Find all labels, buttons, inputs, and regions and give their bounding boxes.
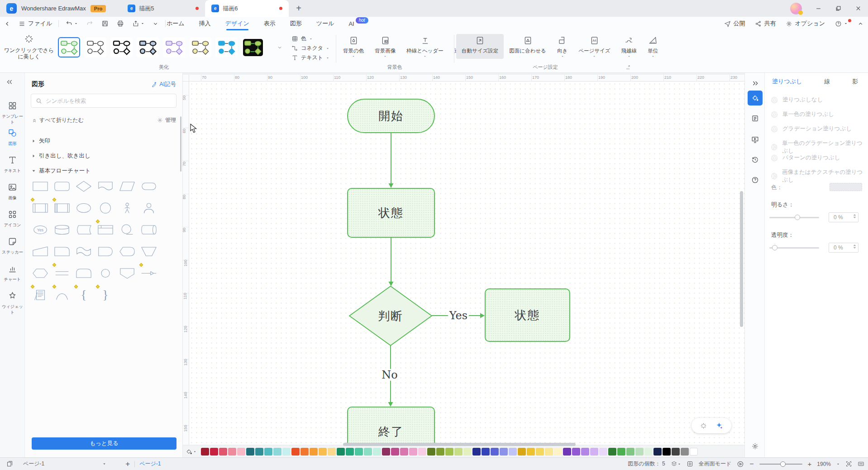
flowchart-node-end[interactable]: 終了 <box>347 407 435 445</box>
shape-user[interactable] <box>139 198 159 218</box>
sidebar-item-図形[interactable]: 図形 <box>0 128 25 147</box>
theme-outline[interactable] <box>84 37 106 58</box>
history-panel-button[interactable] <box>748 152 763 167</box>
shape-person[interactable] <box>117 198 137 218</box>
fill-panel-button[interactable] <box>748 91 763 106</box>
new-tab-button[interactable]: + <box>289 3 309 14</box>
redo-button[interactable] <box>82 20 97 27</box>
sidebar-item-画像[interactable]: 画像 <box>0 182 25 201</box>
color-swatch[interactable] <box>291 448 300 456</box>
add-page-button[interactable]: + <box>125 460 130 469</box>
beautify-float-icon[interactable] <box>700 422 707 430</box>
color-swatch[interactable] <box>635 448 644 456</box>
color-swatch[interactable] <box>246 448 254 456</box>
maximize-button[interactable] <box>828 0 848 17</box>
format-tab-影[interactable]: 影 <box>849 77 861 86</box>
button-単位[interactable]: 単位 <box>642 34 663 59</box>
menu-ホーム[interactable]: ホーム <box>167 17 185 30</box>
panel-collapse-button[interactable] <box>748 76 763 91</box>
section-基本フローチャート[interactable]: 基本フローチャート <box>32 167 91 175</box>
collapse-ribbon-button[interactable] <box>858 21 863 27</box>
color-swatch[interactable] <box>273 448 281 456</box>
vertical-scrollbar[interactable] <box>740 191 743 327</box>
button-自動サイズ設定[interactable]: 自動サイズ設定 <box>456 34 504 59</box>
theme-dark[interactable] <box>242 37 264 58</box>
shape-display[interactable] <box>117 241 137 261</box>
zoom-level[interactable]: 190% <box>817 461 831 467</box>
section-引き出し、吹き出し[interactable]: 引き出し、吹き出し <box>32 152 91 160</box>
color-swatch[interactable] <box>545 448 553 456</box>
manage-button[interactable]: 管理 <box>157 116 176 124</box>
color-swatch[interactable] <box>237 448 245 456</box>
menu-挿入[interactable]: 挿入 <box>199 17 211 30</box>
button-向き[interactable]: 向き <box>552 34 573 59</box>
shape-stored[interactable] <box>74 263 94 283</box>
brightness-value[interactable]: 0 % <box>829 212 858 222</box>
color-swatch[interactable] <box>672 448 680 456</box>
shape-yes-oval[interactable]: Yes <box>30 220 50 240</box>
fullscreen-label[interactable]: 全画面モード <box>699 460 732 468</box>
flowchart-node-start[interactable]: 開始 <box>347 99 435 133</box>
page-selector[interactable]: ページ-1 <box>23 460 44 468</box>
see-more-button[interactable]: もっと見る <box>32 437 176 450</box>
style-dropdown-テキスト[interactable]: テキスト <box>291 54 329 62</box>
publish-button[interactable]: 公開 <box>724 19 745 28</box>
shape-note[interactable] <box>30 285 50 305</box>
sidebar-item-ウィジェット[interactable]: ウィジェット <box>0 291 25 316</box>
section-矢印[interactable]: 矢印 <box>32 137 50 145</box>
shape-header-rect[interactable] <box>95 220 115 240</box>
sidebar-item-ステッカー[interactable]: ステッカー <box>0 237 25 255</box>
shape-alt-process[interactable] <box>52 198 72 218</box>
fill-option-2[interactable]: 単一色の塗りつぶし <box>771 110 834 118</box>
color-swatch[interactable] <box>599 448 607 456</box>
more-tools-button[interactable] <box>148 21 162 27</box>
shape-circle-line[interactable] <box>117 220 137 240</box>
shape-ellipse[interactable] <box>74 198 94 218</box>
panel-scrollbar[interactable] <box>180 116 181 172</box>
zoom-out-button[interactable]: − <box>749 460 754 468</box>
button-枠線とヘッダー[interactable]: 枠線とヘッダー <box>401 34 449 59</box>
color-swatch[interactable] <box>608 448 616 456</box>
fill-option-5[interactable]: パターンの塗りつぶし <box>771 154 840 162</box>
menu-デザイン[interactable]: デザイン <box>225 17 249 30</box>
button-ページサイズ[interactable]: A4 ページサイズ <box>573 34 615 59</box>
color-swatch[interactable] <box>482 448 490 456</box>
sidebar-item-チャート[interactable]: チャート <box>0 264 25 283</box>
color-swatch[interactable] <box>581 448 589 456</box>
one-click-beautify-button[interactable]: ワンクリックでさらに美しく <box>3 34 55 60</box>
save-button[interactable] <box>97 20 113 27</box>
color-swatch[interactable] <box>663 448 671 456</box>
button-図面に合わせる[interactable]: 図面に合わせる <box>504 34 552 59</box>
shape-small-circle[interactable] <box>95 263 115 283</box>
color-swatch[interactable] <box>346 448 354 456</box>
shape-predefined[interactable] <box>30 198 50 218</box>
format-tab-塗りつぶし[interactable]: 塗りつぶし <box>769 77 805 86</box>
search-input[interactable] <box>46 98 172 104</box>
color-swatch[interactable] <box>364 448 372 456</box>
brightness-slider[interactable] <box>769 214 819 221</box>
color-swatch[interactable] <box>391 448 399 456</box>
color-swatch[interactable] <box>255 448 263 456</box>
color-swatch[interactable] <box>355 448 363 456</box>
style-dropdown-色[interactable]: 色 <box>291 35 329 43</box>
fill-option-1[interactable]: 塗りつぶしなし <box>771 96 823 104</box>
close-button[interactable] <box>848 0 868 17</box>
color-swatch[interactable] <box>300 448 309 456</box>
menu-ツール[interactable]: ツール <box>316 17 334 30</box>
color-swatch[interactable] <box>373 448 381 456</box>
shape-arc[interactable] <box>52 285 72 305</box>
theme-bold-black[interactable] <box>110 37 133 58</box>
share-button[interactable]: 共有 <box>755 19 776 28</box>
color-swatch[interactable] <box>319 448 327 456</box>
play-button[interactable] <box>737 460 744 468</box>
shape-circle[interactable] <box>95 198 115 218</box>
horizontal-scrollbar[interactable] <box>343 443 576 446</box>
color-swatch[interactable] <box>563 448 571 456</box>
color-swatch[interactable] <box>590 448 598 456</box>
zoom-in-button[interactable]: + <box>808 460 812 468</box>
pages-icon[interactable] <box>6 460 13 467</box>
rail-collapse-button[interactable] <box>6 78 13 86</box>
shape-document[interactable] <box>95 176 115 196</box>
shape-curved-rect[interactable] <box>74 220 94 240</box>
shape-delay[interactable] <box>95 241 115 261</box>
